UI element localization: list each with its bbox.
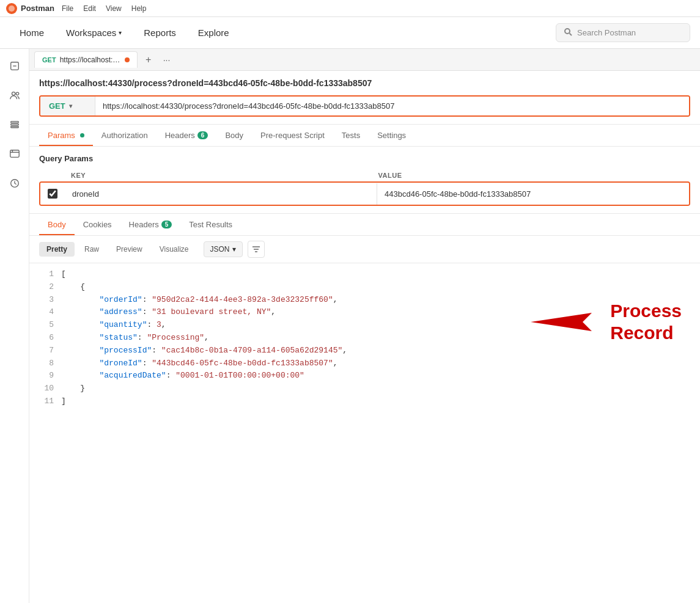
- menu-bar: File Edit View Help: [62, 4, 147, 13]
- svg-rect-9: [10, 150, 18, 158]
- res-tab-cookies[interactable]: Cookies: [75, 214, 120, 235]
- nav-home[interactable]: Home: [10, 19, 54, 46]
- format-chevron: ▾: [232, 245, 236, 254]
- annotation-container: ProcessRecord: [531, 300, 682, 344]
- params-table: KEY VALUE: [39, 169, 690, 206]
- annotation-arrow: [531, 310, 604, 334]
- tab-unsaved-dot: [125, 57, 130, 62]
- sidebar-icon-history[interactable]: [5, 174, 24, 193]
- code-line-11: 11 ]: [39, 395, 690, 408]
- tabs-bar: GET https://localhost:4... + ···: [29, 49, 700, 71]
- res-tab-headers[interactable]: Headers 5: [120, 214, 181, 235]
- code-line-7: 7 "processId": "cac14b8c-0b1a-4709-a114-…: [39, 345, 690, 357]
- code-line-9: 9 "acquiredDate": "0001-01-01T00:00:00+0…: [39, 370, 690, 382]
- request-url-display: https://localhost:44330/process?droneId=…: [39, 78, 690, 88]
- param-checkbox-0[interactable]: [40, 183, 65, 205]
- menu-edit[interactable]: Edit: [83, 4, 96, 13]
- top-nav: Home Workspaces ▾ Reports Explore Search…: [0, 17, 700, 49]
- svg-point-0: [565, 29, 570, 34]
- req-tab-pre-request[interactable]: Pre-request Script: [252, 125, 333, 146]
- params-section: Query Params KEY VALUE: [29, 147, 700, 213]
- format-label: JSON: [210, 245, 230, 254]
- menu-file[interactable]: File: [62, 4, 73, 13]
- param-value-0[interactable]: [377, 183, 689, 205]
- fmt-pretty[interactable]: Pretty: [39, 242, 75, 257]
- sidebar-icon-collection[interactable]: [5, 115, 24, 134]
- nav-explore[interactable]: Explore: [188, 19, 239, 46]
- main-layout: GET https://localhost:4... + ··· https:/…: [0, 49, 700, 603]
- col-value-header: VALUE: [378, 172, 686, 179]
- fmt-visualize[interactable]: Visualize: [152, 242, 196, 257]
- req-tab-tests[interactable]: Tests: [333, 125, 369, 146]
- fmt-raw[interactable]: Raw: [77, 242, 106, 257]
- url-input[interactable]: [95, 97, 689, 115]
- filter-icon[interactable]: [248, 241, 265, 258]
- nav-reports[interactable]: Reports: [134, 19, 186, 46]
- code-line-1: 1 [: [39, 268, 690, 281]
- tab-url: https://localhost:4...: [60, 56, 121, 64]
- svg-point-4: [12, 92, 15, 95]
- res-tab-test-results[interactable]: Test Results: [180, 214, 241, 235]
- query-params-title: Query Params: [39, 154, 690, 163]
- code-line-10: 10 }: [39, 382, 690, 395]
- code-line-8: 8 "droneId": "443bcd46-05fc-48be-b0dd-fc…: [39, 357, 690, 370]
- tab-more-options[interactable]: ···: [160, 53, 174, 67]
- param-check-0[interactable]: [48, 189, 57, 199]
- params-dot: [80, 133, 84, 137]
- code-line-2: 2 {: [39, 281, 690, 294]
- method-select[interactable]: GET ▾: [40, 97, 95, 115]
- fmt-preview[interactable]: Preview: [109, 242, 150, 257]
- svg-rect-6: [10, 122, 18, 123]
- format-bar: Pretty Raw Preview Visualize JSON ▾: [29, 236, 700, 263]
- res-headers-badge: 5: [161, 221, 172, 228]
- new-tab-button[interactable]: +: [140, 51, 157, 68]
- app-logo: Postman: [6, 3, 54, 14]
- response-tabs: Body Cookies Headers 5 Test Results: [29, 213, 700, 236]
- nav-workspaces[interactable]: Workspaces ▾: [56, 19, 131, 46]
- svg-rect-8: [10, 126, 18, 128]
- param-row-0: [39, 181, 690, 206]
- headers-badge: 6: [197, 131, 208, 139]
- req-tab-body[interactable]: Body: [216, 125, 252, 146]
- svg-marker-16: [531, 313, 592, 331]
- search-icon: [564, 27, 572, 38]
- sidebar-icon-people[interactable]: [5, 86, 24, 105]
- col-key-header: KEY: [44, 172, 378, 179]
- sidebar-icon-new[interactable]: [5, 56, 24, 76]
- params-header: KEY VALUE: [39, 169, 690, 181]
- content-area: GET https://localhost:4... + ··· https:/…: [29, 49, 700, 603]
- code-response-area: 1 [ 2 { 3 "orderId": "950d2ca2-4144-4ee3…: [29, 263, 700, 603]
- sidebar-icon-environment[interactable]: [5, 144, 24, 164]
- app-name: Postman: [21, 4, 54, 13]
- req-tab-authorization[interactable]: Authorization: [93, 125, 157, 146]
- svg-rect-7: [10, 124, 18, 125]
- title-bar: Postman File Edit View Help: [0, 0, 700, 17]
- format-select[interactable]: JSON ▾: [204, 241, 243, 257]
- nav-links: Home Workspaces ▾ Reports Explore: [10, 19, 556, 46]
- svg-point-5: [16, 92, 19, 95]
- search-placeholder: Search Postman: [577, 28, 636, 37]
- method-label: GET: [49, 101, 65, 111]
- workspaces-chevron: ▾: [119, 29, 122, 36]
- svg-line-1: [570, 34, 572, 36]
- url-bar: GET ▾: [39, 95, 690, 117]
- method-chevron: ▾: [69, 103, 72, 109]
- menu-help[interactable]: Help: [131, 4, 147, 13]
- request-area: https://localhost:44330/process?droneId=…: [29, 71, 700, 125]
- tab-method: GET: [42, 56, 56, 64]
- res-tab-body[interactable]: Body: [39, 214, 75, 235]
- request-tabs: Params Authorization Headers 6 Body Pre-…: [29, 125, 700, 147]
- search-box[interactable]: Search Postman: [556, 23, 690, 42]
- menu-view[interactable]: View: [106, 4, 122, 13]
- annotation-text: ProcessRecord: [610, 300, 682, 344]
- app-logo-icon: [6, 3, 17, 14]
- param-key-0[interactable]: [65, 183, 377, 205]
- req-tab-headers[interactable]: Headers 6: [157, 125, 217, 146]
- req-tab-settings[interactable]: Settings: [369, 125, 414, 146]
- sidebar: [0, 49, 29, 603]
- req-tab-params[interactable]: Params: [39, 125, 93, 146]
- active-tab[interactable]: GET https://localhost:4...: [34, 51, 138, 68]
